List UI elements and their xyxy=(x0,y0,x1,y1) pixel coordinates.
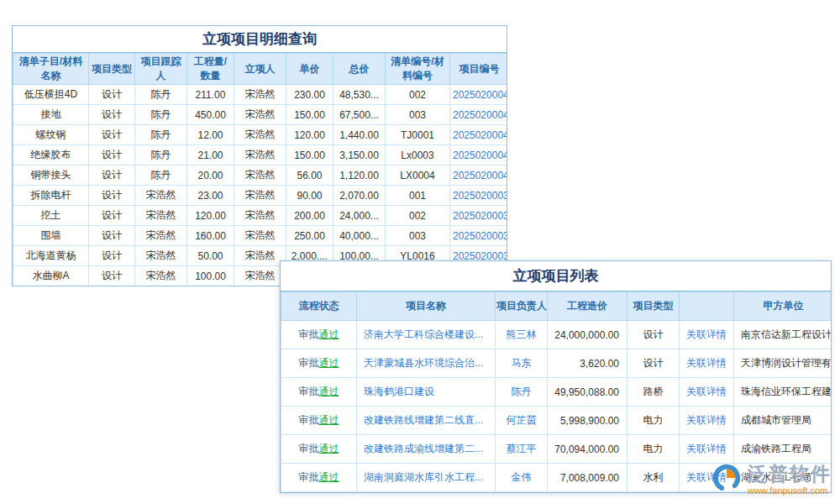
project-owner-link[interactable]: 何芷茵 xyxy=(496,407,548,435)
project-owner-link[interactable]: 金伟 xyxy=(496,464,548,492)
client-cell: 南京信达新工程设计院 xyxy=(734,321,832,349)
project-type-cell: 设计 xyxy=(89,85,135,105)
project-type-cell: 设计 xyxy=(89,206,135,226)
table-row: 接地设计陈丹450.00宋浩然150.0067,500...0032025020… xyxy=(13,105,508,125)
project-no-link[interactable]: 2025020004 xyxy=(450,105,508,125)
project-type-cell: 设计 xyxy=(89,145,135,165)
status-pass-link[interactable]: 通过 xyxy=(319,386,339,397)
project-no-link[interactable]: 2025020004 xyxy=(450,85,508,105)
item-name-cell: 低压横担4D xyxy=(13,85,89,105)
related-detail-link[interactable]: 关联详情 xyxy=(680,407,734,435)
list-no-cell: LX0004 xyxy=(386,165,450,186)
fanpu-logo-icon xyxy=(711,462,743,497)
project-type-cell: 设计 xyxy=(627,321,680,349)
watermark-brand: 泛普软件 xyxy=(748,463,832,485)
client-cell: 天津博润设计管理有... xyxy=(734,349,832,378)
quantity-cell: 160.00 xyxy=(187,226,234,246)
project-name-link[interactable]: 改建铁路成渝线增建第二... xyxy=(357,435,496,464)
status-prefix: 审批 xyxy=(299,328,319,340)
status-prefix: 审批 xyxy=(299,443,319,454)
quantity-cell: 211.00 xyxy=(187,85,234,105)
column-header: 项目类型 xyxy=(627,292,680,321)
project-type-cell: 电力 xyxy=(627,407,680,435)
unit-price-cell: 90.00 xyxy=(286,186,333,206)
project-name-link[interactable]: 改建铁路线增建第二线直... xyxy=(357,407,496,435)
project-name-link[interactable]: 天津蒙城县水环境综合治... xyxy=(357,349,496,378)
flow-status-cell: 审批通过 xyxy=(281,407,357,435)
project-owner-link[interactable]: 蔡江平 xyxy=(496,435,548,464)
status-prefix: 审批 xyxy=(299,357,319,369)
status-pass-link[interactable]: 通过 xyxy=(319,414,339,426)
item-name-cell: 接地 xyxy=(13,105,89,125)
total-price-cell: 48,530... xyxy=(333,85,386,105)
tracker-cell: 宋浩然 xyxy=(135,206,187,226)
status-pass-link[interactable]: 通过 xyxy=(319,357,339,369)
project-type-cell: 设计 xyxy=(89,246,135,266)
project-type-cell: 设计 xyxy=(627,349,680,378)
status-pass-link[interactable]: 通过 xyxy=(319,443,339,454)
status-prefix: 审批 xyxy=(299,414,319,426)
item-name-cell: 螺纹钢 xyxy=(13,125,89,145)
unit-price-cell: 200.00 xyxy=(286,206,333,226)
table-row: 围墙设计宋浩然160.00宋浩然250.0040,000...003202502… xyxy=(13,226,508,246)
item-name-cell: 围墙 xyxy=(13,226,89,246)
project-no-link[interactable]: 2025020004 xyxy=(450,165,508,186)
quantity-cell: 20.00 xyxy=(187,165,234,186)
initiator-cell: 宋浩然 xyxy=(234,105,286,125)
table-row: 螺纹钢设计陈丹12.00宋浩然120.001,440.00TJ000120250… xyxy=(13,125,508,145)
table-row: 拆除电杆设计宋浩然23.00宋浩然90.002,070.000012025020… xyxy=(13,186,508,206)
table-row: 审批通过济南大学工科综合楼建设...熊三林24,000,000.00设计关联详情… xyxy=(281,321,832,349)
quantity-cell: 120.00 xyxy=(187,206,234,226)
project-type-cell: 设计 xyxy=(89,125,135,145)
list-no-cell: 002 xyxy=(386,85,450,105)
watermark: 泛普软件 www.fanpusoft.com xyxy=(711,462,832,497)
column-header: 立项人 xyxy=(234,54,286,85)
project-no-link[interactable]: 2025020003 xyxy=(450,206,508,226)
list-panel-title: 立项项目列表 xyxy=(281,261,831,291)
status-pass-link[interactable]: 通过 xyxy=(319,328,339,340)
project-type-cell: 水利 xyxy=(627,464,680,492)
project-type-cell: 设计 xyxy=(89,165,135,186)
quantity-cell: 50.00 xyxy=(187,246,234,266)
project-cost-cell: 5,998,900.00 xyxy=(548,407,627,435)
unit-price-cell: 150.00 xyxy=(286,105,333,125)
initiator-cell: 宋浩然 xyxy=(234,246,286,266)
column-header: 项目编号 xyxy=(450,54,508,85)
tracker-cell: 陈丹 xyxy=(135,105,187,125)
project-name-link[interactable]: 珠海鹤港口建设 xyxy=(357,378,496,407)
related-detail-link[interactable]: 关联详情 xyxy=(680,349,734,378)
column-header: 项目名称 xyxy=(357,292,496,321)
total-price-cell: 67,500... xyxy=(333,105,386,125)
project-no-link[interactable]: 2025020003 xyxy=(450,226,508,246)
tracker-cell: 宋浩然 xyxy=(135,266,187,286)
client-cell: 珠海信业环保工程建... xyxy=(734,378,832,407)
watermark-url: www.fanpusoft.com xyxy=(748,486,832,496)
total-price-cell: 40,000... xyxy=(333,226,386,246)
status-pass-link[interactable]: 通过 xyxy=(319,471,339,483)
project-no-link[interactable]: 2025020004 xyxy=(450,145,508,165)
column-header: 总价 xyxy=(333,54,386,85)
column-header: 项目类型 xyxy=(89,54,135,85)
column-header: 流程状态 xyxy=(281,292,357,321)
project-type-cell: 设计 xyxy=(89,186,135,206)
project-no-link[interactable]: 2025020003 xyxy=(450,186,508,206)
project-cost-cell: 24,000,000.00 xyxy=(548,321,627,349)
quantity-cell: 450.00 xyxy=(187,105,234,125)
detail-table-body: 低压横担4D设计陈丹211.00宋浩然230.0048,530...002202… xyxy=(13,85,508,286)
related-detail-link[interactable]: 关联详情 xyxy=(680,378,734,407)
project-name-link[interactable]: 济南大学工科综合楼建设... xyxy=(357,321,496,349)
tracker-cell: 宋浩然 xyxy=(135,246,187,266)
detail-table: 清单子目/材料名称项目类型项目跟踪人工程量/数量立项人单价总价清单编号/材料编号… xyxy=(13,53,507,286)
list-no-cell: 001 xyxy=(386,186,450,206)
initiator-cell: 宋浩然 xyxy=(234,266,286,286)
project-owner-link[interactable]: 陈丹 xyxy=(496,378,548,407)
column-header xyxy=(680,292,734,321)
related-detail-link[interactable]: 关联详情 xyxy=(680,435,734,464)
quantity-cell: 100.00 xyxy=(187,266,234,286)
project-name-link[interactable]: 湖南洞庭湖水库引水工程... xyxy=(357,464,496,492)
project-owner-link[interactable]: 马东 xyxy=(496,349,548,378)
related-detail-link[interactable]: 关联详情 xyxy=(680,321,734,349)
item-name-cell: 水曲柳A xyxy=(13,266,89,286)
project-no-link[interactable]: 2025020004 xyxy=(450,125,508,145)
project-owner-link[interactable]: 熊三林 xyxy=(496,321,548,349)
